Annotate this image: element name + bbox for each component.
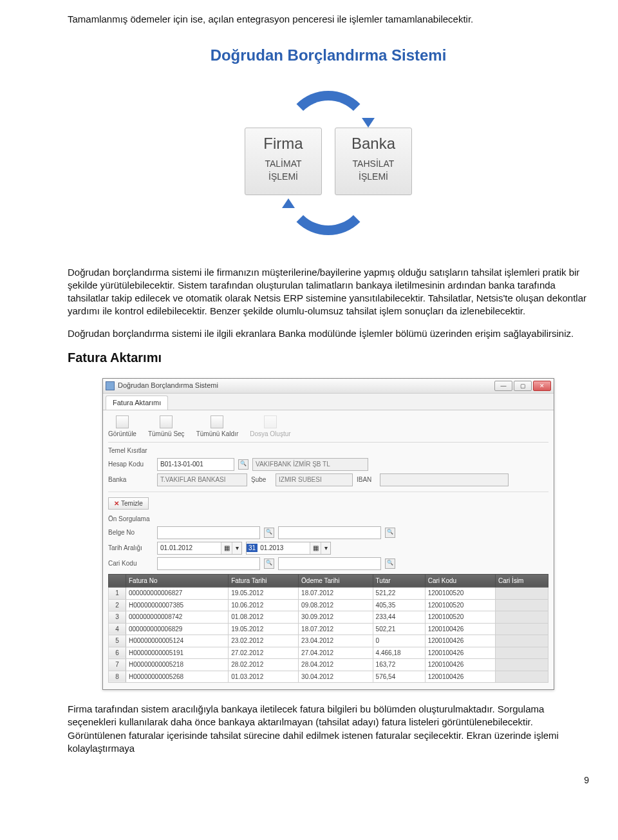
table-row[interactable]: 5H0000000000512423.02.201223.04.20120120… xyxy=(109,635,548,647)
col-odeme-tarihi[interactable]: Ödeme Tarihi xyxy=(299,574,373,587)
cell: 28.04.2012 xyxy=(299,659,373,671)
firma-banka-diagram: Firma TALİMAT İŞLEMİ Banka TAHSİLAT İŞLE… xyxy=(68,86,589,240)
cell: 18.07.2012 xyxy=(299,587,373,600)
clear-label: Temizle xyxy=(121,499,143,508)
cell: 000000000006827 xyxy=(126,587,229,600)
cell: H00000000007385 xyxy=(126,599,229,611)
table-row[interactable]: 100000000000682719.05.201218.07.2012521,… xyxy=(109,587,548,600)
belge-no-to-input[interactable] xyxy=(278,526,381,539)
calendar-icon[interactable]: ▦ xyxy=(310,542,321,554)
col-fatura-no[interactable]: Fatura No xyxy=(126,574,229,587)
diagram-box-line: İŞLEMİ xyxy=(245,171,321,184)
cell: 1200100520 xyxy=(425,587,495,600)
cell: 4.466,18 xyxy=(373,647,425,659)
col-tutar[interactable]: Tutar xyxy=(373,574,425,587)
cell: 1200100426 xyxy=(425,623,495,635)
date-value: 01.2013 xyxy=(258,544,310,553)
cell: 1200100426 xyxy=(425,647,495,659)
close-button[interactable]: ✕ xyxy=(533,381,551,391)
table-row[interactable]: 6H0000000000519127.02.201227.04.20124.46… xyxy=(109,647,548,659)
lookup-icon[interactable]: 🔍 xyxy=(238,459,248,470)
belge-no-from-input[interactable] xyxy=(157,526,260,539)
table-row[interactable]: 300000000000874201.08.201230.09.2012233,… xyxy=(109,611,548,624)
diagram-box-line: TAHSİLAT xyxy=(335,158,411,171)
cari-kodu-from-input[interactable] xyxy=(157,557,260,570)
row-number: 6 xyxy=(109,647,126,659)
app-window: Doğrudan Borçlandırma Sistemi — ▢ ✕ Fatu… xyxy=(102,378,554,690)
cell: 23.02.2012 xyxy=(229,635,299,647)
toolbar-label: Tümünü Seç xyxy=(148,430,185,439)
label-hesap-kodu: Hesap Kodu xyxy=(108,460,153,469)
diagram-banka-box: Banka TAHSİLAT İŞLEMİ xyxy=(335,128,412,195)
cell: 163,72 xyxy=(373,659,425,671)
cell: 1200100520 xyxy=(425,599,495,611)
app-icon xyxy=(106,381,115,390)
cell: 01.03.2012 xyxy=(229,671,299,683)
maximize-button[interactable]: ▢ xyxy=(514,381,532,391)
cari-kodu-to-input[interactable] xyxy=(278,557,381,570)
date-to-input[interactable]: 31 01.2013 ▦ ▾ xyxy=(246,542,331,555)
cell: ████ xyxy=(496,599,548,611)
cell: 10.06.2012 xyxy=(229,599,299,611)
goruntule-button[interactable]: Görüntüle xyxy=(108,415,136,439)
dosya-olustur-button[interactable]: Dosya Oluştur xyxy=(250,415,290,439)
window-title: Doğrudan Borçlandırma Sistemi xyxy=(118,381,494,390)
diagram-firma-box: Firma TALİMAT İŞLEMİ xyxy=(245,128,322,195)
cell: 23.04.2012 xyxy=(299,635,373,647)
arrow-arc-bottom xyxy=(283,190,373,235)
lookup-icon[interactable]: 🔍 xyxy=(385,558,395,569)
cell: 19.05.2012 xyxy=(229,623,299,635)
hesap-kodu-input[interactable]: B01-13-01-001 xyxy=(157,458,234,471)
sube-display: IZMIR SUBESI xyxy=(276,473,353,486)
body-paragraph: Firma tarafından sistem aracılığıyla ban… xyxy=(68,703,589,755)
row-number: 5 xyxy=(109,635,126,647)
table-row[interactable]: 2H0000000000738510.06.201209.08.2012405,… xyxy=(109,599,548,611)
lookup-icon[interactable]: 🔍 xyxy=(264,558,274,569)
tab-fatura-aktarimi[interactable]: Fatura Aktarımı xyxy=(106,396,168,410)
label-belge-no: Belge No xyxy=(108,528,153,537)
lookup-icon[interactable]: 🔍 xyxy=(385,528,395,538)
cell: H00000000005268 xyxy=(126,671,229,683)
cell: H00000000005191 xyxy=(126,647,229,659)
table-row[interactable]: 400000000000682919.05.201218.07.2012502,… xyxy=(109,623,548,635)
cell: ████ xyxy=(496,671,548,683)
col-cari-kodu[interactable]: Cari Kodu xyxy=(425,574,495,587)
col-fatura-tarihi[interactable]: Fatura Tarihi xyxy=(229,574,299,587)
row-number: 1 xyxy=(109,587,126,600)
calendar-icon[interactable]: ▦ xyxy=(221,542,232,554)
cell: ████ xyxy=(496,647,548,659)
cell: ████ xyxy=(496,635,548,647)
date-value: 01.01.2012 xyxy=(158,544,221,553)
cell: 09.08.2012 xyxy=(299,599,373,611)
tumunu-kaldir-button[interactable]: Tümünü Kaldır xyxy=(196,415,239,439)
lookup-icon[interactable]: 🔍 xyxy=(264,528,274,538)
intro-paragraph: Tamamlanmış ödemeler için ise, açılan en… xyxy=(68,13,589,26)
table-row[interactable]: 7H0000000000521828.02.201228.04.2012163,… xyxy=(109,659,548,671)
iban-display xyxy=(380,473,509,486)
label-sube: Şube xyxy=(251,475,272,484)
cell: 502,21 xyxy=(373,623,425,635)
col-cari-isim[interactable]: Cari İsim xyxy=(496,574,548,587)
cell: 233,44 xyxy=(373,611,425,624)
cell: 521,22 xyxy=(373,587,425,600)
table-row[interactable]: 8H0000000000526801.03.201230.04.2012576,… xyxy=(109,671,548,683)
cell: 19.05.2012 xyxy=(229,587,299,600)
diagram-box-title: Banka xyxy=(335,133,411,154)
document-page: Tamamlanmış ödemeler için ise, açılan en… xyxy=(0,0,618,806)
chevron-down-icon[interactable]: ▾ xyxy=(232,542,241,554)
date-from-input[interactable]: 01.01.2012 ▦ ▾ xyxy=(157,542,242,555)
cell: ████ xyxy=(496,587,548,600)
toolbar-label: Dosya Oluştur xyxy=(250,430,290,439)
deselect-all-icon xyxy=(211,415,223,428)
row-number: 4 xyxy=(109,623,126,635)
temizle-button[interactable]: ✕ Temizle xyxy=(108,497,149,510)
toolbar-label: Tümünü Kaldır xyxy=(196,430,239,439)
minimize-button[interactable]: — xyxy=(494,381,512,391)
cell: 1200100426 xyxy=(425,671,495,683)
chevron-down-icon[interactable]: ▾ xyxy=(321,542,330,554)
tumunu-sec-button[interactable]: Tümünü Seç xyxy=(148,415,185,439)
label-banka: Banka xyxy=(108,475,153,484)
cell: 18.07.2012 xyxy=(299,623,373,635)
label-tarih-araligi: Tarih Aralığı xyxy=(108,544,153,553)
cell: 1200100426 xyxy=(425,635,495,647)
